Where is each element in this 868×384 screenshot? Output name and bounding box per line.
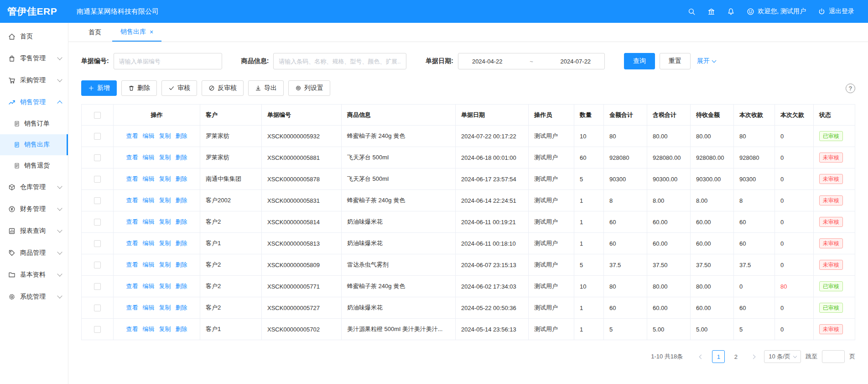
row-delete-link[interactable]: 删除 <box>176 218 187 225</box>
tab-sales-outbound[interactable]: 销售出库 × <box>112 23 161 42</box>
row-copy-link[interactable]: 复制 <box>159 197 171 204</box>
welcome-text: 欢迎您, 测试用户 <box>758 7 806 16</box>
row-edit-link[interactable]: 编辑 <box>143 283 155 289</box>
row-delete-link[interactable]: 删除 <box>176 283 187 289</box>
row-delete-link[interactable]: 删除 <box>176 240 187 247</box>
row-copy-link[interactable]: 复制 <box>159 283 171 289</box>
building-icon[interactable] <box>707 8 715 16</box>
page-2-button[interactable]: 2 <box>729 350 742 363</box>
sidebar-item-report[interactable]: 报表查询 <box>0 220 68 242</box>
delete-button[interactable]: 删除 <box>121 80 157 96</box>
prev-page-button[interactable] <box>695 350 707 363</box>
status-badge: 未审核 <box>819 195 843 205</box>
next-page-button[interactable] <box>747 350 759 363</box>
product-info-input[interactable] <box>273 53 406 69</box>
add-button[interactable]: 新增 <box>81 80 117 96</box>
welcome-user[interactable]: 欢迎您, 测试用户 <box>747 7 806 16</box>
page-1-button[interactable]: 1 <box>712 350 725 363</box>
row-copy-link[interactable]: 复制 <box>159 175 171 182</box>
date-end-value[interactable]: 2024-07-22 <box>561 58 591 65</box>
row-checkbox[interactable] <box>94 283 101 290</box>
sidebar-subitem-sales-outbound[interactable]: 销售出库 <box>0 134 68 155</box>
row-view-link[interactable]: 查看 <box>126 218 138 225</box>
sidebar-item-basic-data[interactable]: 基本资料 <box>0 264 68 286</box>
row-checkbox[interactable] <box>94 154 101 161</box>
select-all-checkbox[interactable] <box>94 112 101 119</box>
row-view-link[interactable]: 查看 <box>126 197 138 204</box>
main-area: 首页 销售出库 × 单据编号: 商品信息: 单据日期: 2024-04-22 ~… <box>68 23 868 384</box>
search-icon[interactable] <box>688 8 696 16</box>
row-view-link[interactable]: 查看 <box>126 175 138 182</box>
status-badge: 已审核 <box>819 281 843 291</box>
row-copy-link[interactable]: 复制 <box>159 261 171 268</box>
sidebar-item-finance[interactable]: 财务管理 <box>0 198 68 220</box>
row-view-link[interactable]: 查看 <box>126 326 138 332</box>
row-checkbox[interactable] <box>94 133 101 140</box>
date-range-picker[interactable]: 2024-04-22 ~ 2024-07-22 <box>458 53 605 69</box>
sidebar-item-sales[interactable]: 销售管理 <box>0 91 68 113</box>
unaudit-button[interactable]: 反审核 <box>202 80 244 96</box>
export-button[interactable]: 导出 <box>248 80 284 96</box>
help-icon[interactable]: ? <box>846 84 855 93</box>
sidebar-item-product[interactable]: 商品管理 <box>0 242 68 264</box>
row-checkbox[interactable] <box>94 176 101 183</box>
sidebar-item-system[interactable]: 系统管理 <box>0 286 68 308</box>
row-delete-link[interactable]: 删除 <box>176 132 187 139</box>
row-copy-link[interactable]: 复制 <box>159 132 171 139</box>
page-size-select[interactable]: 10 条/页 <box>764 350 801 363</box>
row-delete-link[interactable]: 删除 <box>176 326 187 332</box>
row-edit-link[interactable]: 编辑 <box>143 132 155 139</box>
app-logo[interactable]: 管伊佳ERP <box>0 5 68 18</box>
date-start-value[interactable]: 2024-04-22 <box>472 58 503 65</box>
close-icon[interactable]: × <box>150 29 153 35</box>
row-view-link[interactable]: 查看 <box>126 304 138 311</box>
cell-tax-total: 90300.00 <box>647 168 691 190</box>
row-delete-link[interactable]: 删除 <box>176 304 187 311</box>
row-copy-link[interactable]: 复制 <box>159 326 171 332</box>
audit-button[interactable]: 审核 <box>161 80 197 96</box>
row-edit-link[interactable]: 编辑 <box>143 326 155 332</box>
row-delete-link[interactable]: 删除 <box>176 175 187 182</box>
tab-home[interactable]: 首页 <box>80 23 109 42</box>
row-view-link[interactable]: 查看 <box>126 154 138 161</box>
row-copy-link[interactable]: 复制 <box>159 304 171 311</box>
row-view-link[interactable]: 查看 <box>126 261 138 268</box>
row-edit-link[interactable]: 编辑 <box>143 304 155 311</box>
row-copy-link[interactable]: 复制 <box>159 218 171 225</box>
reset-button[interactable]: 重置 <box>660 53 691 69</box>
row-edit-link[interactable]: 编辑 <box>143 240 155 247</box>
sidebar-item-retail[interactable]: 零售管理 <box>0 47 68 69</box>
cell-operator: 测试用户 <box>529 190 574 211</box>
row-checkbox[interactable] <box>94 219 101 226</box>
row-view-link[interactable]: 查看 <box>126 132 138 139</box>
sidebar-subitem-sales-order[interactable]: 销售订单 <box>0 113 68 134</box>
row-copy-link[interactable]: 复制 <box>159 240 171 247</box>
logout-button[interactable]: 退出登录 <box>818 7 854 16</box>
jump-page-input[interactable] <box>822 350 845 363</box>
row-checkbox[interactable] <box>94 197 101 204</box>
row-copy-link[interactable]: 复制 <box>159 154 171 161</box>
row-view-link[interactable]: 查看 <box>126 283 138 289</box>
row-view-link[interactable]: 查看 <box>126 240 138 247</box>
expand-button[interactable]: 展开 <box>697 57 716 65</box>
bell-icon[interactable] <box>727 8 735 16</box>
row-edit-link[interactable]: 编辑 <box>143 261 155 268</box>
search-button[interactable]: 查询 <box>624 53 655 69</box>
row-delete-link[interactable]: 删除 <box>176 261 187 268</box>
sidebar-item-warehouse[interactable]: 仓库管理 <box>0 176 68 198</box>
row-delete-link[interactable]: 删除 <box>176 154 187 161</box>
sidebar-item-home[interactable]: 首页 <box>0 26 68 47</box>
sidebar-item-purchase[interactable]: 采购管理 <box>0 69 68 91</box>
row-edit-link[interactable]: 编辑 <box>143 218 155 225</box>
row-checkbox[interactable] <box>94 305 101 311</box>
row-edit-link[interactable]: 编辑 <box>143 175 155 182</box>
row-edit-link[interactable]: 编辑 <box>143 197 155 204</box>
bill-no-input[interactable] <box>114 53 222 69</box>
row-checkbox[interactable] <box>94 326 101 333</box>
row-edit-link[interactable]: 编辑 <box>143 154 155 161</box>
column-settings-button[interactable]: 列设置 <box>288 80 330 96</box>
row-delete-link[interactable]: 删除 <box>176 197 187 204</box>
row-checkbox[interactable] <box>94 240 101 247</box>
row-checkbox[interactable] <box>94 262 101 268</box>
sidebar-subitem-sales-return[interactable]: 销售退货 <box>0 155 68 176</box>
